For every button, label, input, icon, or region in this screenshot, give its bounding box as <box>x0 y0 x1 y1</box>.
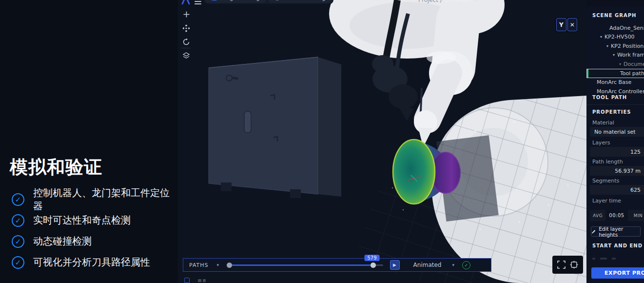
toolbar-divider <box>181 48 191 48</box>
tree-row[interactable]: ▾ Work frame 1 <box>586 51 644 60</box>
marketing-panel: 模拟和验证 ✓ 控制机器人、龙门架和工件定位器 ✓ 实时可达性和奇点检测 ✓ 动… <box>0 0 178 283</box>
programming-icon <box>212 0 217 0</box>
timeline-slider[interactable]: 579 <box>227 262 383 268</box>
play-button[interactable]: ▶ <box>390 260 400 270</box>
fit-frame-icon[interactable] <box>570 261 578 269</box>
material-label: Material <box>592 120 614 126</box>
feature-text: 动态碰撞检测 <box>33 235 92 248</box>
animation-mode-label: Animated <box>413 262 442 268</box>
tree-row[interactable]: ▾ KP2 Position <box>586 41 644 51</box>
tree-row[interactable]: ▾ Document <box>586 60 644 69</box>
tree-caret-icon[interactable]: ▾ <box>600 35 602 39</box>
slider-value-tooltip: 579 <box>364 255 379 261</box>
tab-label: Manufacturing <box>283 0 326 1</box>
check-circle-icon: ✓ <box>12 235 24 248</box>
tree-label: MonArc Base <box>597 79 631 85</box>
avg-toggle[interactable]: AVG <box>590 210 605 221</box>
tree-label: KP2 Position <box>611 43 644 49</box>
layer-time-label: Layer time <box>592 198 621 204</box>
layer-time-value: 00:05 <box>606 210 627 221</box>
chevron-down-icon: ▾ <box>217 263 219 267</box>
tree-label: Tool path 5 <box>620 70 644 77</box>
tree-caret-icon[interactable]: ▾ <box>619 62 621 66</box>
section-divider <box>586 104 644 105</box>
tree-label: AdaOne_Sensor v2 <box>609 25 644 31</box>
paths-label: PATHS <box>189 262 209 268</box>
tree-row[interactable]: Tool path 5 <box>586 69 644 78</box>
add-icon[interactable] <box>182 10 191 19</box>
properties-header: PROPERTIES <box>592 109 631 115</box>
tree-caret-icon[interactable]: ▾ <box>606 44 608 48</box>
close-icon[interactable]: ✕ <box>567 18 578 31</box>
manufacturing-icon <box>274 0 280 0</box>
clipped-bottom-icon <box>184 278 190 283</box>
export-program-button[interactable]: EXPORT PROGRAM <box>591 267 644 279</box>
scene-graph-header: SCENE GRAPH <box>592 13 636 18</box>
layers-label: Layers <box>592 140 610 146</box>
move-icon[interactable] <box>182 24 191 33</box>
paths-dropdown[interactable]: PATHS ▾ <box>189 262 219 268</box>
material-select[interactable]: No material set <box>590 127 644 137</box>
mode-tabs: Programming Manufacturing <box>204 0 333 4</box>
check-circle-icon: ✓ <box>12 193 24 206</box>
feature-list: ✓ 控制机器人、龙门架和工件定位器 ✓ 实时可达性和奇点检测 ✓ 动态碰撞检测 … <box>12 189 178 273</box>
feature-text: 控制机器人、龙门架和工件定位器 <box>33 186 178 213</box>
tab-label: Programming <box>220 0 260 1</box>
menu-icon[interactable] <box>195 0 201 4</box>
chevron-down-icon: ▾ <box>452 263 454 267</box>
edit-layer-heights-button[interactable]: Edit layer heights <box>591 226 641 237</box>
tab-manufacturing[interactable]: Manufacturing <box>268 0 332 3</box>
tree-row[interactable]: ▾ KP2-HV500 <box>586 33 644 42</box>
tool-overlay-panel: Y ✕ <box>555 17 578 32</box>
clipped-bottom-text <box>198 279 206 282</box>
animation-mode-dropdown[interactable]: Animated ▾ <box>413 262 454 268</box>
rotate-icon[interactable] <box>182 38 191 46</box>
tree-label: MonArc Controller <box>597 88 644 95</box>
simulation-ok-icon: ✓ <box>462 261 470 269</box>
tool-path-header[interactable]: TOOL PATH <box>592 95 627 100</box>
segments-label: Segments <box>592 178 619 184</box>
layer-time-row: AVG 00:05 MIN <box>590 210 644 221</box>
check-circle-icon: ✓ <box>12 214 24 227</box>
clipped-start-end-content <box>592 258 616 260</box>
feature-item: ✓ 可视化并分析刀具路径属性 <box>12 252 178 273</box>
project-prefix: Project / <box>418 0 442 3</box>
segments-value[interactable]: 625 <box>590 185 644 195</box>
view-controls <box>552 256 583 274</box>
sidebar-panel: SCENE GRAPH AdaOne_Sensor v2 ▾ KP2-HV500… <box>586 6 644 283</box>
path-length-label: Path length <box>592 159 623 165</box>
3d-viewport[interactable] <box>178 0 586 283</box>
feature-item: ✓ 实时可达性和奇点检测 <box>12 210 178 231</box>
min-toggle[interactable]: MIN <box>628 210 644 221</box>
slider-start-handle[interactable] <box>227 263 232 268</box>
edit-layer-heights-label: Edit layer heights <box>599 226 640 238</box>
feature-item: ✓ 控制机器人、龙门架和工件定位器 <box>12 189 178 210</box>
tree-label: Document <box>624 61 644 67</box>
layers-value[interactable]: 125 <box>590 147 644 157</box>
app-window: 模拟和验证 ✓ 控制机器人、龙门架和工件定位器 ✓ 实时可达性和奇点检测 ✓ 动… <box>0 0 644 283</box>
tree-caret-icon[interactable]: ▾ <box>613 53 615 57</box>
app-logo-icon[interactable] <box>181 0 191 4</box>
feature-item: ✓ 动态碰撞检测 <box>12 231 178 252</box>
fullscreen-icon[interactable] <box>557 261 566 269</box>
slider-end-handle[interactable] <box>371 263 376 268</box>
tree-label: Work frame 1 <box>617 52 644 58</box>
tree-row[interactable]: AdaOne_Sensor v2 <box>586 23 644 33</box>
page-title: 模拟和验证 <box>10 155 102 180</box>
check-circle-icon: ✓ <box>12 256 24 269</box>
right-sidebar: SCENE GRAPH AdaOne_Sensor v2 ▾ KP2-HV500… <box>586 0 644 283</box>
tree-row[interactable]: MonArc Base <box>586 78 644 87</box>
tab-programming[interactable]: Programming <box>205 0 266 3</box>
slider-fill <box>228 264 371 266</box>
3d-scene <box>178 0 586 283</box>
scene-graph-tree: AdaOne_Sensor v2 ▾ KP2-HV500 ▾ KP2 Posit… <box>586 23 644 96</box>
feature-text: 实时可达性和奇点检测 <box>33 214 131 227</box>
feature-text: 可视化并分析刀具路径属性 <box>33 256 150 269</box>
layers-icon[interactable] <box>182 51 191 60</box>
tool-axis-button[interactable]: Y <box>556 18 566 31</box>
path-length-value[interactable]: 56.937 m <box>590 166 644 176</box>
project-title[interactable]: Project / untitled ▾ <box>418 0 477 3</box>
start-end-header: START AND END <box>592 243 643 248</box>
project-name: untitled <box>445 0 471 3</box>
tree-label: KP2-HV500 <box>605 34 635 40</box>
